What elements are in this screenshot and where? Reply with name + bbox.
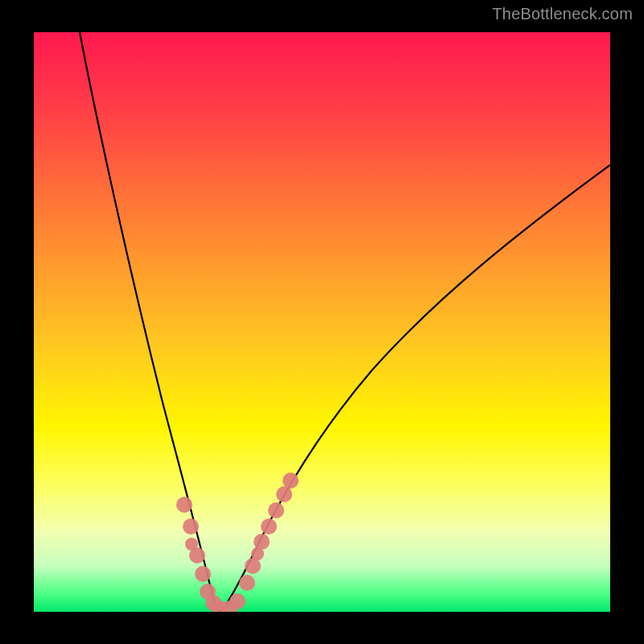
svg-point-13 — [254, 534, 270, 550]
svg-point-9 — [229, 593, 246, 609]
bottleneck-curve-right — [221, 165, 610, 612]
svg-point-14 — [261, 518, 277, 535]
svg-point-15 — [268, 502, 284, 518]
bottleneck-curve-left — [80, 32, 221, 612]
watermark-text: TheBottleneck.com — [492, 5, 633, 23]
chart-svg — [34, 32, 610, 612]
svg-point-10 — [239, 575, 255, 591]
svg-point-17 — [283, 473, 299, 489]
chart-plot-area — [34, 32, 610, 612]
chart-frame: TheBottleneck.com — [0, 0, 644, 644]
svg-point-0 — [176, 497, 192, 513]
svg-point-12 — [251, 547, 264, 560]
svg-point-7 — [212, 601, 228, 612]
svg-point-3 — [189, 547, 205, 564]
svg-point-2 — [185, 538, 198, 551]
svg-point-6 — [205, 595, 221, 611]
svg-point-11 — [245, 558, 261, 574]
svg-point-1 — [183, 518, 199, 535]
svg-point-8 — [221, 601, 237, 612]
svg-point-16 — [276, 486, 292, 502]
svg-point-4 — [195, 566, 211, 582]
svg-point-5 — [200, 584, 216, 600]
marker-group — [176, 473, 299, 612]
